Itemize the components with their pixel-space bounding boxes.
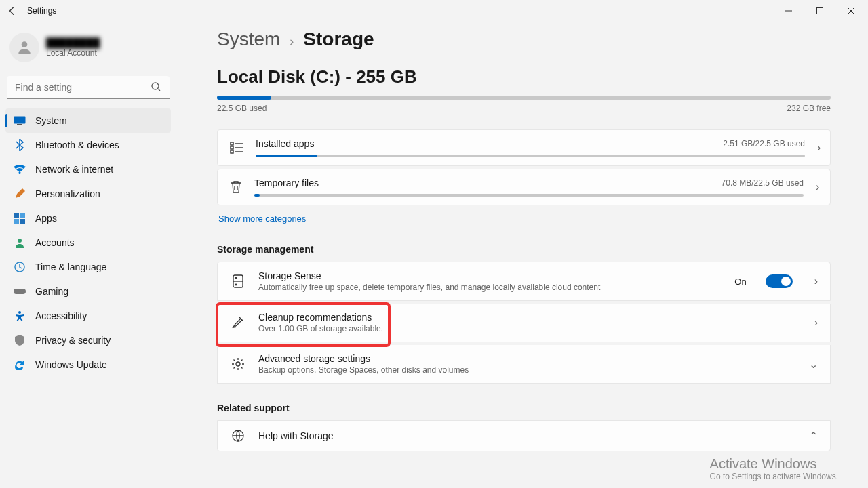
shield-icon [14, 334, 26, 346]
person-icon [14, 237, 26, 249]
chevron-up-icon: ⌃ [809, 430, 818, 443]
setting-title: Advanced storage settings [258, 353, 797, 364]
svg-point-18 [235, 284, 237, 285]
toggle-state-label: On [734, 277, 746, 287]
trash-icon [230, 180, 242, 194]
sidebar-item-label: Privacy & security [35, 335, 111, 346]
disk-free-label: 232 GB free [787, 104, 831, 113]
sidebar-item-privacy[interactable]: Privacy & security [5, 328, 171, 352]
svg-point-2 [152, 83, 159, 89]
sidebar-item-label: Accessibility [35, 310, 87, 321]
svg-rect-3 [14, 117, 26, 124]
sidebar-item-windows-update[interactable]: Windows Update [5, 352, 171, 377]
apps-list-icon [230, 142, 243, 154]
watermark-title: Activate Windows [710, 456, 838, 472]
sidebar-item-bluetooth[interactable]: Bluetooth & devices [5, 133, 171, 157]
globe-clock-icon [14, 261, 26, 273]
bluetooth-icon [14, 139, 26, 151]
globe-icon [230, 429, 246, 443]
setting-title: Storage Sense [258, 270, 722, 281]
setting-subtitle: Backup options, Storage Spaces, other di… [258, 365, 797, 375]
svg-point-1 [22, 41, 28, 47]
sidebar-item-system[interactable]: System [5, 108, 171, 133]
svg-rect-14 [231, 146, 233, 149]
account-header[interactable]: ████████ Local Account [3, 27, 174, 73]
search-box[interactable] [7, 76, 170, 99]
watermark-subtitle: Go to Settings to activate Windows. [710, 472, 838, 481]
chevron-right-icon: › [814, 317, 818, 329]
disk-used-label: 22.5 GB used [217, 104, 267, 113]
sidebar-item-accessibility[interactable]: Accessibility [5, 304, 171, 328]
setting-advanced-storage[interactable]: Advanced storage settings Backup options… [217, 345, 831, 384]
sidebar: ████████ Local Account System Bluetooth … [0, 22, 176, 488]
chevron-right-icon: › [814, 275, 818, 287]
svg-rect-6 [20, 213, 25, 218]
minimize-button[interactable] [773, 0, 804, 22]
chevron-right-icon: › [817, 142, 821, 154]
broom-icon [230, 316, 246, 329]
sidebar-item-label: System [35, 115, 67, 126]
storage-sense-toggle[interactable] [766, 274, 793, 288]
sidebar-item-label: Accounts [35, 237, 75, 248]
search-input[interactable] [7, 76, 170, 99]
accessibility-icon [14, 310, 26, 322]
section-related-support: Related support [217, 403, 841, 413]
wifi-icon [14, 163, 26, 176]
search-icon [151, 81, 161, 95]
sidebar-item-network[interactable]: Network & internet [5, 157, 171, 182]
account-name: ████████ [46, 37, 100, 48]
sidebar-item-label: Personalization [35, 188, 100, 199]
back-button[interactable] [1, 0, 23, 22]
gear-icon [230, 357, 246, 371]
svg-point-9 [18, 239, 22, 243]
svg-rect-4 [17, 124, 22, 125]
help-with-storage[interactable]: Help with Storage ⌃ [217, 420, 831, 451]
chevron-right-icon: › [816, 181, 819, 193]
sidebar-item-time-language[interactable]: Time & language [5, 255, 171, 279]
svg-rect-5 [14, 213, 19, 218]
category-stat: 70.8 MB/22.5 GB used [722, 178, 804, 188]
category-installed-apps[interactable]: Installed apps 2.51 GB/22.5 GB used › [217, 129, 831, 166]
svg-point-17 [235, 277, 237, 279]
disk-title: Local Disk (C:) - 255 GB [217, 66, 841, 87]
sidebar-item-label: Gaming [35, 286, 68, 297]
close-button[interactable] [835, 0, 867, 22]
setting-subtitle: Over 1.00 GB of storage available. [258, 324, 802, 333]
show-more-categories-link[interactable]: Show more categories [218, 214, 306, 224]
sidebar-item-accounts[interactable]: Accounts [5, 230, 171, 255]
svg-rect-8 [20, 219, 25, 224]
svg-rect-13 [231, 142, 233, 145]
content: System › Storage Local Disk (C:) - 255 G… [176, 22, 868, 488]
chevron-right-icon: › [290, 35, 294, 49]
svg-rect-15 [231, 150, 233, 153]
chevron-down-icon: ⌄ [809, 358, 818, 371]
disk-usage-bar [217, 96, 831, 100]
titlebar: Settings [0, 0, 868, 22]
account-subtitle: Local Account [46, 48, 100, 58]
window-title: Settings [27, 6, 56, 16]
sidebar-item-label: Time & language [35, 262, 106, 272]
setting-storage-sense[interactable]: Storage Sense Automatically free up spac… [217, 262, 831, 301]
breadcrumb-parent[interactable]: System [217, 28, 280, 50]
category-temporary-files[interactable]: Temporary files 70.8 MB/22.5 GB used › [217, 169, 831, 205]
sidebar-item-label: Windows Update [35, 359, 107, 370]
svg-rect-0 [817, 8, 823, 14]
sidebar-item-gaming[interactable]: Gaming [5, 279, 171, 304]
sidebar-item-apps[interactable]: Apps [5, 206, 171, 230]
system-icon [14, 115, 26, 127]
breadcrumb: System › Storage [217, 28, 841, 50]
sidebar-item-personalization[interactable]: Personalization [5, 182, 171, 206]
update-icon [14, 359, 26, 371]
category-title: Installed apps [256, 138, 314, 149]
maximize-button[interactable] [804, 0, 835, 22]
setting-subtitle: Automatically free up space, delete temp… [258, 283, 722, 292]
category-title: Temporary files [254, 178, 319, 188]
setting-cleanup-recommendations[interactable]: Cleanup recommendations Over 1.00 GB of … [217, 304, 831, 342]
sidebar-item-label: Apps [35, 213, 57, 224]
sidebar-item-label: Network & internet [35, 164, 113, 175]
related-title: Help with Storage [258, 430, 797, 441]
activation-watermark: Activate Windows Go to Settings to activ… [710, 456, 838, 481]
svg-point-12 [18, 311, 21, 314]
sidebar-item-label: Bluetooth & devices [35, 140, 119, 150]
gamepad-icon [14, 285, 26, 298]
